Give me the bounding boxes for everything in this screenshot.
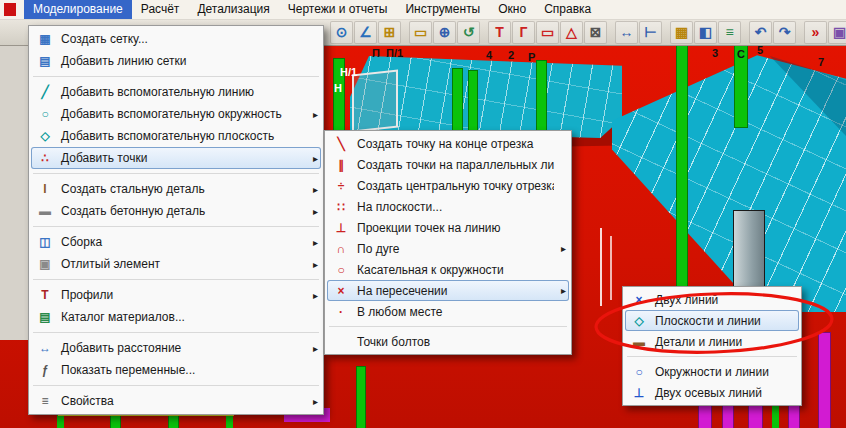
menubar-item[interactable]: Моделирование [24, 0, 132, 19]
menu-item-label: Создать точки на параллельных линиях [353, 158, 554, 172]
menu-item-assembly[interactable]: ◫Сборка▸ [31, 231, 321, 253]
menu-item-add-grid-line[interactable]: ▤Добавить линию сетки [31, 50, 321, 72]
menu-item-label: Показать переменные... [57, 363, 306, 377]
menu-item-plane-and-line[interactable]: ◇Плоскости и линии [625, 310, 799, 331]
submenu-arrow-icon: ▸ [306, 343, 318, 354]
menu-item-two-lines[interactable]: ×Двух линий [625, 289, 799, 310]
menu-item-show-variables[interactable]: ƒПоказать переменные... [31, 359, 321, 381]
create-plate-icon[interactable]: ▭ [536, 21, 559, 44]
menu-item-bolt-points[interactable]: Точки болтов [327, 331, 569, 352]
menu-separator [33, 226, 319, 227]
menu-item-intersection[interactable]: ×На пересечении▸ [327, 280, 569, 301]
create-grid-icon: ▦ [33, 32, 57, 46]
menu-item-material-catalog[interactable]: ▤Каталог материалов... [31, 306, 321, 328]
menu-item-circle-and-line[interactable]: ○Окружности и линии [625, 361, 799, 382]
menu-item-label: Добавить вспомогательную плоскость [57, 129, 306, 143]
snap-grid-icon[interactable]: ⊞ [378, 21, 401, 44]
rotate-view-icon[interactable]: ↺ [457, 21, 480, 44]
menu-item-part-and-line[interactable]: ▬Детали и линии [625, 331, 799, 352]
construction-plane-icon: ◇ [33, 129, 57, 143]
create-column-icon[interactable]: Т [488, 21, 511, 44]
menubar: МоделированиеРасчётДетализацияЧертежи и … [0, 0, 846, 20]
intersection-icon: × [329, 284, 353, 298]
menu-item-points-parallel[interactable]: ∥Создать точки на параллельных линиях [327, 154, 569, 175]
menu-item-point-line-end[interactable]: ╲Создать точку на конце отрезка [327, 133, 569, 154]
menu-separator [33, 173, 319, 174]
menubar-item[interactable]: Чертежи и отчеты [279, 0, 397, 19]
properties-pane-icon[interactable]: ▣ [828, 21, 846, 44]
snap-lines-icon[interactable]: ∠ [354, 21, 377, 44]
toolbar-overflow-icon[interactable]: » [804, 21, 827, 44]
menu-item-label: Добавить вспомогательную окружность [57, 107, 306, 121]
menu-item-two-axis-lines[interactable]: ⊥Двух осевых линий [625, 382, 799, 403]
undo-icon[interactable]: ↶ [749, 21, 772, 44]
menu-item-label: Двух линий [651, 293, 784, 307]
model-line-white [600, 228, 602, 306]
menu-item-cast-unit[interactable]: ▣Отлитый элемент▸ [31, 253, 321, 275]
construction-line-icon: ╱ [33, 85, 57, 99]
menu-item-label: Профили [57, 288, 306, 302]
reports-icon[interactable]: ≡ [718, 21, 741, 44]
menu-item-steel-part[interactable]: IСоздать стальную деталь▸ [31, 178, 321, 200]
menu-item-label: Добавить линию сетки [57, 54, 306, 68]
submenu-arrow-icon: ▸ [306, 237, 318, 248]
submenu-arrow-icon: ▸ [306, 290, 318, 301]
menu-item-points-arc[interactable]: ∩По дуге▸ [327, 238, 569, 259]
menu-item-add-distance[interactable]: ↔Добавить расстояние▸ [31, 337, 321, 359]
menu-item-label: Добавить вспомогательную линию [57, 85, 306, 99]
menu-item-create-grid[interactable]: ▦Создать сетку... [31, 28, 321, 50]
create-beam-icon[interactable]: Г [512, 21, 535, 44]
menu-item-profiles[interactable]: TПрофили▸ [31, 284, 321, 306]
zoom-in-icon[interactable]: ⊕ [433, 21, 456, 44]
view-list-icon[interactable]: ◧ [694, 21, 717, 44]
menu-item-point-midpoint[interactable]: ÷Создать центральную точку отрезка [327, 175, 569, 196]
menubar-item[interactable]: Детализация [188, 0, 278, 19]
snap-points-icon[interactable]: ⊙ [330, 21, 353, 44]
menu-modeling: ▦Создать сетку...▤Добавить линию сетки╱Д… [28, 25, 324, 415]
menu-item-project-points[interactable]: ⊥Проекции точек на линию [327, 217, 569, 238]
menu-item-construction-line[interactable]: ╱Добавить вспомогательную линию [31, 81, 321, 103]
tekla-window: Н/1НПП/142Р3С57 МоделированиеРасчётДетал… [0, 0, 846, 428]
app-icon [4, 3, 16, 16]
menu-item-concrete-part[interactable]: ▬Создать бетонную деталь▸ [31, 200, 321, 222]
menubar-item[interactable]: Расчёт [132, 0, 189, 19]
create-weld-icon[interactable]: △ [560, 21, 583, 44]
any-position-icon: · [329, 305, 353, 319]
toolbar-separator [481, 22, 487, 43]
menu-item-any-position[interactable]: ·В любом месте [327, 301, 569, 322]
menu-separator [33, 76, 319, 77]
zoom-fit-icon[interactable]: ▭ [409, 21, 432, 44]
model-line-white [610, 236, 612, 300]
menu-add-points: ╲Создать точку на конце отрезка∥Создать … [324, 130, 572, 355]
measure-icon[interactable]: ↔ [615, 21, 638, 44]
menu-item-properties[interactable]: ≡Свойства▸ [31, 390, 321, 412]
two-axis-lines-icon: ⊥ [627, 386, 651, 400]
redo-icon[interactable]: ↷ [773, 21, 796, 44]
menubar-item[interactable]: Инструменты [396, 0, 489, 19]
menu-item-label: Добавить точки [57, 151, 306, 165]
model-column-green [356, 366, 366, 428]
menu-separator [329, 326, 567, 327]
menu-item-construction-plane[interactable]: ◇Добавить вспомогательную плоскость [31, 125, 321, 147]
submenu-arrow-icon: ▸ [306, 184, 318, 195]
part-and-line-icon: ▬ [627, 335, 651, 349]
dimension-icon[interactable]: ⊢ [639, 21, 662, 44]
create-bolt-icon[interactable]: ⊠ [584, 21, 607, 44]
menu-item-label: Отлитый элемент [57, 257, 306, 271]
model-column-green [734, 46, 748, 128]
menu-item-add-points[interactable]: ∴Добавить точки▸ [31, 147, 321, 169]
profiles-icon: T [33, 288, 57, 302]
menu-separator [627, 356, 797, 357]
grid-plane-panel [352, 70, 398, 133]
menubar-item[interactable]: Справка [535, 0, 600, 19]
model-column-green [536, 60, 547, 138]
menu-item-tangent-circle[interactable]: ○Касательная к окружности [327, 259, 569, 280]
menu-item-label: Сборка [57, 235, 306, 249]
menu-item-points-on-plane[interactable]: ∷На плоскости... [327, 196, 569, 217]
menu-item-label: Окружности и линии [651, 365, 784, 379]
menubar-item[interactable]: Окно [489, 0, 535, 19]
grid-tool-icon[interactable]: ▦ [670, 21, 693, 44]
submenu-arrow-icon: ▸ [554, 285, 566, 296]
menu-item-construction-circle[interactable]: ○Добавить вспомогательную окружность▸ [31, 103, 321, 125]
points-on-plane-icon: ∷ [329, 200, 353, 214]
